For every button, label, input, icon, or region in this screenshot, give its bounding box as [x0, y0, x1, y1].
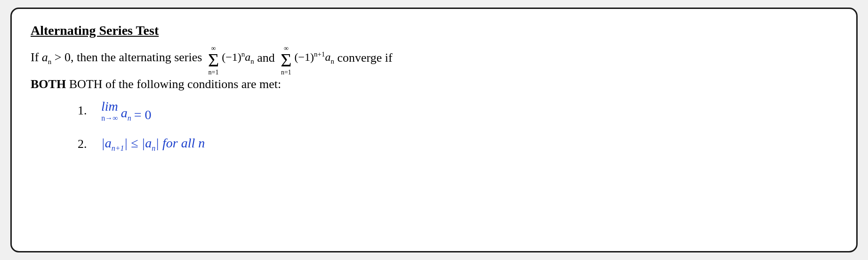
sum1-char: Σ: [208, 52, 219, 69]
lim-var: an: [121, 106, 131, 122]
condition-1-number: 1.: [78, 104, 92, 118]
lim-sub: n→∞: [101, 114, 118, 122]
lim-block: lim n→∞: [101, 99, 118, 122]
both-line: BOTH BOTH of the following conditions ar…: [31, 77, 837, 91]
condition-1: 1. lim n→∞ an = 0: [78, 99, 837, 122]
lim-text: lim: [101, 99, 118, 114]
intro-prefix: If an > 0, then the alternating series: [31, 48, 205, 67]
sum2-char: Σ: [281, 52, 291, 69]
alternating-series-card: Alternating Series Test If an > 0, then …: [10, 8, 858, 252]
card-title: Alternating Series Test: [31, 23, 837, 38]
sum2-term: (−1)n+1an: [295, 48, 335, 67]
lim-equals: = 0: [134, 107, 152, 122]
intro-line: If an > 0, then the alternating series ∞…: [31, 42, 837, 73]
and-text: and: [254, 48, 278, 68]
sum1-sub: n=1: [209, 69, 219, 76]
conditions-list: 1. lim n→∞ an = 0 2. |an+1| ≤ |an| for a…: [78, 99, 837, 153]
sum2-sub: n=1: [281, 69, 291, 76]
condition-2-math: |an+1| ≤ |an| for all n: [101, 136, 205, 153]
both-rest: BOTH of the following conditions are met…: [69, 77, 281, 91]
condition-2: 2. |an+1| ≤ |an| for all n: [78, 136, 837, 153]
sum1-sigma: ∞ Σ n=1: [208, 45, 219, 76]
both-bold: BOTH: [31, 77, 66, 91]
sum2-sigma: ∞ Σ n=1: [281, 45, 291, 76]
condition-1-math: lim n→∞ an = 0: [101, 99, 152, 122]
sum1-term: (−1)nan: [222, 48, 254, 67]
converge-text: converge if: [334, 48, 393, 68]
condition-2-number: 2.: [78, 137, 92, 151]
